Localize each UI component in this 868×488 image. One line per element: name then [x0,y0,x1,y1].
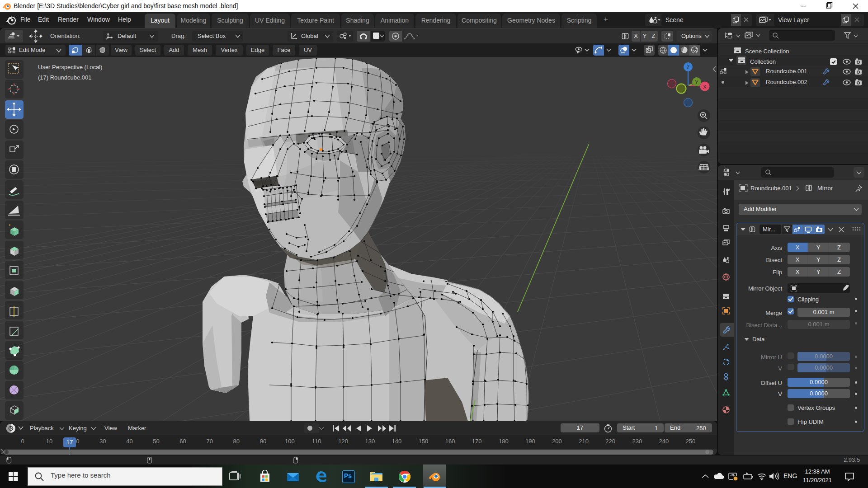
svg-text:X: X [703,84,707,89]
svg-text:User Perspective (Local): User Perspective (Local) [38,64,102,70]
svg-text:Z: Z [687,65,690,70]
svg-text:(17) Roundcube.001: (17) Roundcube.001 [38,74,92,81]
svg-text:Y: Y [695,80,698,85]
